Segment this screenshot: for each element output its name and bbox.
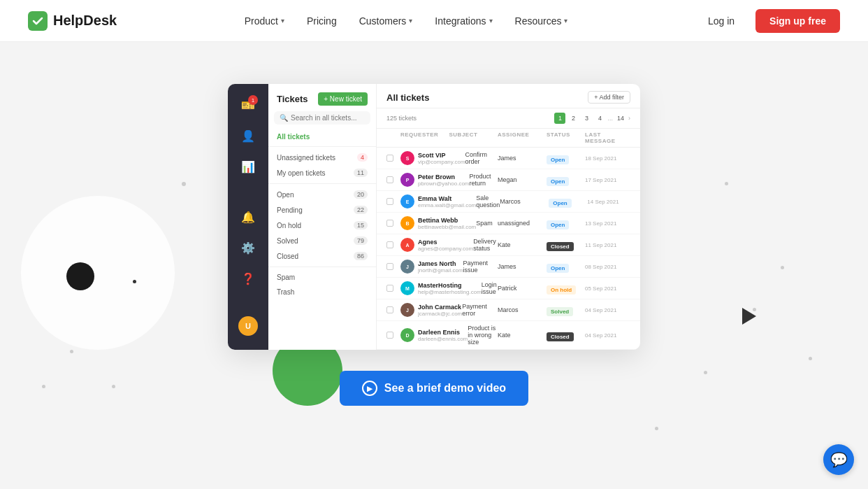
login-button[interactable]: Log in [695,10,747,32]
ticket-filter-panel: Tickets + New ticket 🔍 All tickets Unass… [268,84,377,350]
page-1[interactable]: 1 [554,113,565,124]
filter-closed[interactable]: Closed 86 [268,248,376,264]
nav-item-customers[interactable]: Customers ▾ [349,10,423,32]
requester-name: Peter Brown [418,173,470,180]
signup-button[interactable]: Sign up free [755,9,840,33]
row-subject: Payment issue [463,260,498,274]
nav-item-product[interactable]: Product ▾ [235,10,294,32]
dot-8 [753,308,756,311]
row-checkbox[interactable] [386,198,393,205]
nav-item-integrations[interactable]: Integrations ▾ [425,10,502,32]
table-row[interactable]: B Bettina Webb bettinawebb@mail.com Spam… [377,213,640,234]
requester-email: pbrown@yahoo.com [418,180,470,187]
filter-unassigned[interactable]: Unassigned tickets 4 [268,150,376,165]
table-row[interactable]: A Agnes agnes@company.com Delivery statu… [377,234,640,256]
requester-email: emma.walt@gmail.com [418,202,476,208]
sidebar-icon-settings[interactable]: ⚙️ [236,235,261,260]
filter-solved[interactable]: Solved 79 [268,233,376,248]
dot-11 [655,427,658,430]
row-status: Open [547,173,585,186]
page-next[interactable]: › [628,115,630,122]
chevron-down-icon: ▾ [409,17,412,24]
row-date: 17 Sep 2021 [585,177,630,183]
table-row[interactable]: M MasterHosting help@masterhosting.com L… [377,278,640,299]
dot-6 [725,182,728,185]
status-badge: Open [549,199,571,208]
search-icon: 🔍 [280,114,288,122]
dot-4 [42,385,45,388]
row-assignee: Marcos [498,306,547,313]
dot-2 [133,280,136,283]
table-row[interactable]: D Darleen Ennis darleen@ennis.com Produc… [377,321,640,350]
row-checkbox[interactable] [386,263,393,270]
sidebar-icon-reports[interactable]: 📊 [236,154,261,179]
demo-btn-label: See a brief demo video [384,382,506,395]
requester-name: Agnes [418,239,473,246]
requester-info: MasterHosting help@masterhosting.com [418,282,482,295]
ticket-search-bar[interactable]: 🔍 [274,111,370,125]
filter-pending[interactable]: Pending 22 [268,202,376,218]
status-badge: Closed [547,332,574,341]
sidebar-icon-subscribe[interactable]: 🔔 [236,204,261,229]
requester-info: Peter Brown pbrown@yahoo.com [418,173,470,187]
new-ticket-button[interactable]: + New ticket [318,92,368,106]
nav-menu: Product ▾ Pricing Customers ▾ Integratio… [235,10,578,32]
table-row[interactable]: S Scott VIP vip@company.com Confirm orde… [377,148,640,169]
sidebar-icon-help[interactable]: ❓ [236,266,261,291]
requester-email: bettinawebb@mail.com [418,224,476,230]
row-requester: D Darleen Ennis darleen@ennis.com [400,328,468,342]
table-row[interactable]: P Peter Brown pbrown@yahoo.com Product r… [377,169,640,191]
demo-video-button[interactable]: ▶ See a brief demo video [340,371,528,406]
row-checkbox[interactable] [386,285,393,292]
page-4[interactable]: 4 [594,113,605,124]
add-filter-button[interactable]: + Add filter [588,91,630,104]
row-assignee: Megan [498,176,547,183]
dot-7 [781,266,784,269]
page-14[interactable]: 14 [615,113,626,124]
row-checkbox[interactable] [386,220,393,227]
filter-open[interactable]: Open 20 [268,187,376,202]
row-checkbox[interactable] [386,332,393,339]
nav-item-pricing[interactable]: Pricing [297,10,347,32]
filter-onhold[interactable]: On hold 15 [268,218,376,233]
requester-name: MasterHosting [418,282,482,289]
status-badge: Solved [547,307,573,316]
chevron-down-icon: ▾ [281,17,284,24]
all-tickets-filter[interactable]: All tickets [268,130,376,143]
divider-3 [268,267,376,267]
requester-email: darleen@ennis.com [418,336,468,342]
chat-fab-button[interactable]: 💬 [823,444,854,475]
row-date: 18 Sep 2021 [585,155,630,162]
nav-item-resources[interactable]: Resources ▾ [505,10,578,32]
demo-btn-wrapper: ▶ See a brief demo video [340,371,528,406]
row-date: 11 Sep 2021 [585,242,630,248]
row-status: On hold [547,282,585,295]
sidebar-user-avatar[interactable]: U [238,316,258,336]
page-2[interactable]: 2 [567,113,579,124]
status-badge: Closed [547,242,574,251]
filter-spam[interactable]: Spam [268,270,376,285]
ticket-table-title: All tickets [386,92,429,103]
ticket-search-input[interactable] [291,114,365,122]
table-row[interactable]: J John Carmack jcarmack@jc.com Payment e… [377,299,640,321]
sidebar-icon-tickets[interactable]: 🎫 1 [236,92,261,118]
filter-trash[interactable]: Trash [268,285,376,299]
requester-avatar: D [400,328,414,342]
chat-icon: 💬 [830,451,848,468]
logo[interactable]: HelpDesk [28,11,117,31]
dot-10 [704,371,707,374]
row-checkbox[interactable] [386,176,393,183]
row-assignee: Kate [498,332,547,339]
row-checkbox[interactable] [386,241,393,248]
row-requester: J James North jnorth@gmail.com [400,260,463,274]
page-ellipsis: ... [607,115,613,122]
row-checkbox[interactable] [386,306,393,313]
row-checkbox[interactable] [386,155,393,162]
table-column-headers: REQUESTER SUBJECT ASSIGNEE STATUS LAST M… [377,129,640,148]
page-3[interactable]: 3 [581,113,592,124]
row-status: Closed [547,239,585,251]
sidebar-icon-agents[interactable]: 👤 [236,123,261,148]
table-row[interactable]: J James North jnorth@gmail.com Payment i… [377,256,640,278]
table-row[interactable]: E Emma Walt emma.walt@gmail.com Sale que… [377,191,640,213]
filter-myopen[interactable]: My open tickets 11 [268,165,376,180]
